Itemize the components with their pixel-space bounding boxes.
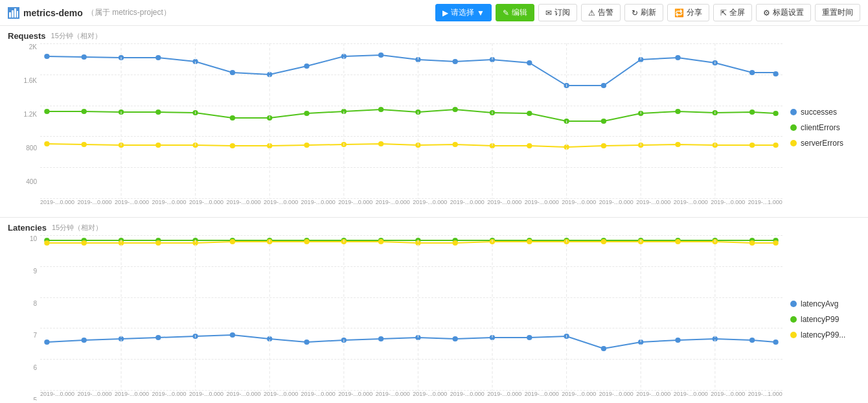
- share-icon: 🔁: [674, 8, 684, 17]
- requests-subtitle: 15分钟（相对）: [51, 31, 102, 41]
- app-subtitle: （属于 metrics-project）: [87, 7, 171, 18]
- svg-point-11: [304, 63, 309, 69]
- title-settings-button[interactable]: ⚙ 标题设置: [756, 4, 811, 21]
- svg-point-28: [155, 109, 161, 115]
- svg-point-53: [304, 143, 309, 148]
- svg-point-98: [82, 240, 87, 246]
- client-errors-dot: [790, 124, 797, 131]
- svg-point-44: [749, 109, 755, 115]
- latency-p99plus-dot: [790, 332, 797, 338]
- svg-point-129: [453, 336, 458, 341]
- svg-point-118: [44, 340, 49, 345]
- fullscreen-button[interactable]: ⇱ 全屏: [713, 4, 752, 21]
- latencies-title: Latencies: [8, 223, 47, 233]
- bell-icon: ⚠: [588, 8, 595, 17]
- svg-point-65: [749, 143, 755, 148]
- svg-rect-2: [14, 8, 16, 17]
- svg-point-104: [304, 239, 309, 244]
- svg-point-47: [82, 142, 87, 147]
- svg-point-119: [82, 338, 87, 343]
- svg-point-21: [675, 55, 680, 60]
- alert-button[interactable]: ⚠ 告警: [581, 4, 621, 21]
- svg-point-137: [749, 338, 755, 343]
- svg-point-59: [527, 143, 532, 148]
- settings-icon: ⚙: [763, 8, 770, 17]
- svg-point-42: [675, 109, 680, 114]
- svg-point-61: [601, 143, 606, 148]
- svg-point-15: [453, 59, 458, 64]
- share-button[interactable]: 🔁 分享: [667, 4, 709, 21]
- latencies-x-axis: 2019-...0.000 2019-...0.000 2019-...0.00…: [40, 391, 782, 400]
- svg-point-66: [773, 143, 778, 148]
- successes-dot: [790, 109, 797, 115]
- requests-chart-wrapper: 2K 1.6K 1.2K 800 400: [8, 43, 860, 212]
- svg-point-17: [527, 60, 532, 65]
- svg-point-121: [155, 335, 161, 340]
- svg-point-30: [230, 115, 235, 121]
- svg-point-26: [82, 109, 87, 114]
- latencies-chart-inner: 10 9 8 7 6 5: [40, 235, 782, 400]
- latencies-chart-wrapper: 10 9 8 7 6 5: [8, 235, 860, 400]
- svg-point-49: [155, 143, 161, 148]
- header-actions: ▶ 请选择 ▼ ✎ 编辑 ✉ 订阅 ⚠ 告警 ↻ 刷新 🔁 分享 ⇱ 全屏 ⚙: [435, 4, 860, 21]
- latencies-title-row: Latencies 15分钟（相对）: [8, 223, 860, 233]
- header-left: metrics-demo （属于 metrics-project）: [8, 7, 430, 19]
- svg-point-38: [527, 111, 532, 116]
- requests-legend: successes clientErrors serverErrors: [782, 43, 860, 212]
- svg-point-114: [675, 239, 680, 244]
- svg-point-131: [527, 335, 532, 340]
- requests-x-axis: 2019-...0.000 2019-...0.000 2019-...0.00…: [40, 199, 782, 212]
- requests-title-row: Requests 15分钟（相对）: [8, 31, 860, 41]
- requests-title: Requests: [8, 31, 46, 41]
- app-title: metrics-demo: [23, 8, 83, 18]
- svg-point-5: [82, 54, 87, 60]
- svg-point-138: [773, 340, 778, 345]
- svg-point-110: [527, 239, 532, 244]
- mail-icon: ✉: [545, 8, 552, 17]
- legend-client-errors: clientErrors: [790, 123, 860, 132]
- svg-point-23: [749, 70, 755, 75]
- latencies-y-axis: 10 9 8 7 6 5: [11, 235, 40, 400]
- svg-point-46: [44, 141, 49, 146]
- svg-point-102: [230, 239, 235, 244]
- svg-point-57: [453, 142, 458, 147]
- svg-point-55: [378, 141, 383, 146]
- latencies-chart-section: Latencies 15分钟（相对） 10 9 8 7 6 5: [0, 218, 868, 400]
- svg-point-45: [773, 111, 778, 116]
- svg-point-97: [44, 240, 49, 246]
- svg-point-127: [378, 336, 383, 341]
- svg-point-32: [304, 111, 309, 116]
- svg-rect-0: [9, 12, 11, 17]
- latency-p99-dot: [790, 316, 797, 323]
- svg-point-135: [675, 338, 680, 343]
- subscribe-button[interactable]: ✉ 订阅: [538, 4, 577, 21]
- svg-rect-1: [12, 10, 14, 17]
- legend-latency-p99: latencyP99: [790, 315, 860, 324]
- requests-chart-inner: 2K 1.6K 1.2K 800 400: [40, 43, 782, 212]
- svg-point-34: [378, 107, 383, 112]
- refresh-icon: ↻: [632, 8, 638, 17]
- refresh-button[interactable]: ↻ 刷新: [624, 4, 663, 21]
- svg-point-123: [230, 332, 235, 338]
- svg-point-7: [155, 55, 161, 60]
- logo-icon: [8, 7, 19, 19]
- svg-point-51: [230, 143, 235, 148]
- svg-point-116: [749, 240, 755, 246]
- select-icon: ▶: [442, 8, 448, 17]
- charts-container: Requests 15分钟（相对） 2K 1.6K 1.2K 800 400: [0, 26, 868, 400]
- legend-latency-avg: latencyAvg: [790, 299, 860, 308]
- svg-point-133: [601, 346, 606, 351]
- latencies-chart-svg: [40, 235, 782, 391]
- svg-point-112: [601, 239, 606, 244]
- requests-chart-section: Requests 15分钟（相对） 2K 1.6K 1.2K 800 400: [0, 26, 868, 218]
- latencies-subtitle: 15分钟（相对）: [52, 223, 102, 233]
- latency-avg-dot: [790, 301, 797, 307]
- svg-point-4: [44, 54, 49, 59]
- legend-latency-p99plus: latencyP99...: [790, 330, 860, 340]
- select-button[interactable]: ▶ 请选择 ▼: [435, 4, 492, 21]
- reset-time-button[interactable]: 重置时间: [815, 4, 860, 21]
- dropdown-icon: ▼: [477, 8, 485, 17]
- edit-button[interactable]: ✎ 编辑: [496, 4, 534, 21]
- svg-point-24: [773, 71, 778, 76]
- svg-point-40: [601, 119, 606, 124]
